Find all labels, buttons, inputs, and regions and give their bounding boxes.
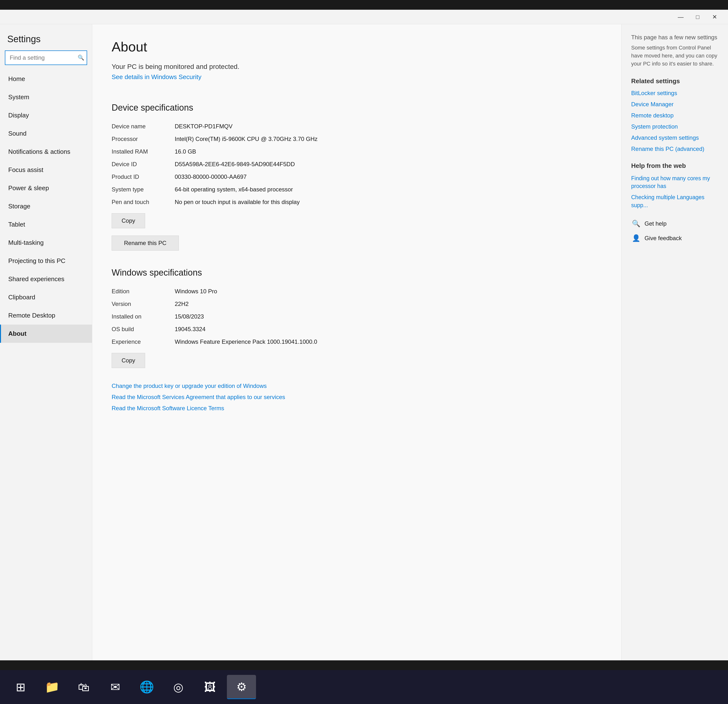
sidebar-item-projecting[interactable]: Projecting to this PC bbox=[0, 252, 92, 270]
get-help-label: Get help bbox=[644, 220, 667, 227]
photos-icon: 🖼 bbox=[204, 681, 216, 694]
give-feedback-icon: 👤 bbox=[631, 234, 641, 243]
get-help-icon: 🔍 bbox=[631, 219, 641, 228]
sidebar-item-remote[interactable]: Remote Desktop bbox=[0, 306, 92, 325]
related-settings-title: Related settings bbox=[631, 77, 718, 85]
software-licence-link[interactable]: Read the Microsoft Software Licence Term… bbox=[112, 405, 602, 412]
app-title: Settings bbox=[0, 29, 92, 47]
bottom-links: Change the product key or upgrade your e… bbox=[112, 382, 602, 412]
chrome-icon: ◎ bbox=[173, 680, 183, 694]
device-specs-table: Device name DESKTOP-PD1FMQV Processor In… bbox=[112, 120, 330, 208]
sidebar-item-home[interactable]: Home bbox=[0, 70, 92, 88]
table-row: Version 22H2 bbox=[112, 298, 330, 310]
copy-device-button[interactable]: Copy bbox=[112, 213, 145, 228]
title-bar: — □ ✕ bbox=[0, 10, 728, 24]
taskbar-explorer[interactable]: 📁 bbox=[38, 675, 67, 699]
windows-specs-title: Windows specifications bbox=[112, 268, 602, 278]
sidebar-item-multitasking[interactable]: Multi-tasking bbox=[0, 234, 92, 252]
notice-title: This page has a few new settings bbox=[631, 34, 718, 41]
table-row: Pen and touch No pen or touch input is a… bbox=[112, 196, 330, 208]
taskbar-settings[interactable]: ⚙ bbox=[227, 675, 256, 699]
remote-desktop-link[interactable]: Remote desktop bbox=[631, 112, 718, 119]
mail-icon: ✉ bbox=[110, 680, 120, 694]
sidebar-item-notifications[interactable]: Notifications & actions bbox=[0, 143, 92, 161]
table-row: Experience Windows Feature Experience Pa… bbox=[112, 336, 330, 348]
copy-windows-button[interactable]: Copy bbox=[112, 353, 145, 368]
table-row: Device name DESKTOP-PD1FMQV bbox=[112, 120, 330, 133]
taskbar-start[interactable]: ⊞ bbox=[6, 675, 35, 699]
sidebar-item-sound[interactable]: Sound bbox=[0, 124, 92, 143]
taskbar-photos[interactable]: 🖼 bbox=[195, 675, 224, 699]
taskbar: ⊞ 📁 🛍 ✉ 🌐 ◎ 🖼 ⚙ bbox=[0, 670, 728, 704]
product-key-link[interactable]: Change the product key or upgrade your e… bbox=[112, 382, 602, 390]
security-link[interactable]: See details in Windows Security bbox=[112, 73, 201, 81]
sidebar-item-display[interactable]: Display bbox=[0, 106, 92, 124]
search-box: 🔍 bbox=[5, 50, 87, 65]
help-title: Help from the web bbox=[631, 162, 718, 170]
sidebar-item-focus[interactable]: Focus assist bbox=[0, 161, 92, 179]
sidebar-item-tablet[interactable]: Tablet bbox=[0, 215, 92, 234]
device-specs-title: Device specifications bbox=[112, 102, 602, 113]
settings-icon: ⚙ bbox=[236, 680, 247, 694]
sidebar-item-about[interactable]: About bbox=[0, 325, 92, 343]
taskbar-chrome[interactable]: ◎ bbox=[164, 675, 193, 699]
main-content: About Your PC is being monitored and pro… bbox=[92, 24, 621, 660]
rename-advanced-link[interactable]: Rename this PC (advanced) bbox=[631, 146, 718, 152]
search-input[interactable] bbox=[5, 50, 87, 65]
start-icon: ⊞ bbox=[16, 680, 26, 694]
advanced-system-link[interactable]: Advanced system settings bbox=[631, 134, 718, 141]
sidebar-item-power[interactable]: Power & sleep bbox=[0, 179, 92, 197]
taskbar-store[interactable]: 🛍 bbox=[69, 675, 98, 699]
notice-text: Some settings from Control Panel have mo… bbox=[631, 44, 718, 68]
close-button[interactable]: ✕ bbox=[706, 11, 723, 23]
table-row: Edition Windows 10 Pro bbox=[112, 285, 330, 298]
cores-help-link[interactable]: Finding out how many cores my processor … bbox=[631, 175, 718, 190]
table-row: OS build 19045.3324 bbox=[112, 323, 330, 336]
table-row: Installed RAM 16.0 GB bbox=[112, 145, 330, 158]
device-manager-link[interactable]: Device Manager bbox=[631, 101, 718, 108]
store-icon: 🛍 bbox=[78, 681, 90, 694]
languages-help-link[interactable]: Checking multiple Languages supp... bbox=[631, 193, 718, 209]
taskbar-mail[interactable]: ✉ bbox=[101, 675, 130, 699]
sidebar-item-clipboard[interactable]: Clipboard bbox=[0, 288, 92, 306]
sidebar-item-system[interactable]: System bbox=[0, 88, 92, 106]
give-feedback-item[interactable]: 👤 Give feedback bbox=[631, 234, 718, 243]
taskbar-edge[interactable]: 🌐 bbox=[132, 675, 161, 699]
feedback-section: 🔍 Get help 👤 Give feedback bbox=[631, 219, 718, 243]
system-protection-link[interactable]: System protection bbox=[631, 123, 718, 130]
edge-icon: 🌐 bbox=[140, 680, 154, 694]
table-row: Installed on 15/08/2023 bbox=[112, 310, 330, 323]
table-row: Product ID 00330-80000-00000-AA697 bbox=[112, 170, 330, 183]
table-row: Processor Intel(R) Core(TM) i5-9600K CPU… bbox=[112, 133, 330, 145]
sidebar: Settings 🔍 Home System Display Sound bbox=[0, 24, 92, 660]
services-agreement-link[interactable]: Read the Microsoft Services Agreement th… bbox=[112, 394, 602, 401]
page-title: About bbox=[112, 39, 602, 55]
maximize-button[interactable]: □ bbox=[689, 11, 706, 23]
bitlocker-link[interactable]: BitLocker settings bbox=[631, 90, 718, 97]
rename-pc-button[interactable]: Rename this PC bbox=[112, 235, 179, 251]
windows-specs-table: Edition Windows 10 Pro Version 22H2 Inst… bbox=[112, 285, 330, 348]
sidebar-item-shared[interactable]: Shared experiences bbox=[0, 270, 92, 288]
sidebar-item-storage[interactable]: Storage bbox=[0, 197, 92, 215]
minimize-button[interactable]: — bbox=[672, 11, 689, 23]
right-panel: This page has a few new settings Some se… bbox=[621, 24, 728, 660]
get-help-item[interactable]: 🔍 Get help bbox=[631, 219, 718, 228]
explorer-icon: 📁 bbox=[45, 680, 59, 694]
sidebar-nav: Home System Display Sound Notifications … bbox=[0, 70, 92, 343]
give-feedback-label: Give feedback bbox=[644, 235, 682, 242]
table-row: System type 64-bit operating system, x64… bbox=[112, 183, 330, 196]
search-icon: 🔍 bbox=[78, 55, 84, 61]
table-row: Device ID D55A598A-2EE6-42E6-9849-5AD90E… bbox=[112, 158, 330, 170]
security-notice: Your PC is being monitored and protected… bbox=[112, 62, 602, 71]
